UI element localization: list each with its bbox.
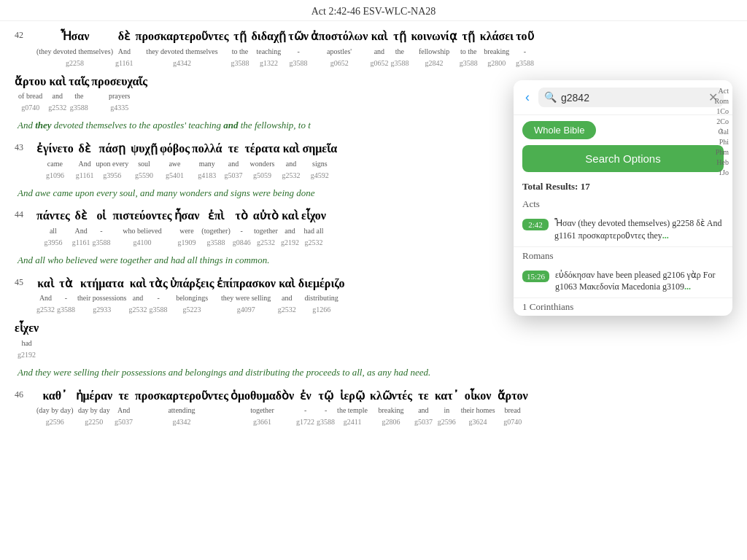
word-block: καὶ and g2532 (48, 72, 66, 114)
verse-number-46: 46 (15, 386, 32, 402)
word-block: ἄρτου of bread g0740 (15, 72, 46, 114)
section-1corinthians: 1 Corinthians (514, 298, 732, 316)
word-block: καὶ and g2532 (282, 139, 300, 182)
word-block: ἐγίνετο came g1096 (36, 139, 74, 182)
word-block: πολλά many g4183 (192, 139, 222, 182)
passage-title: Act 2:42-46 ESV-WLC-NA28 (311, 6, 436, 17)
word-block: καὶ And g2532 (36, 274, 55, 316)
book-index: Act Rom 1Co 2Co Gal Phi Phm Heb 1Jo (711, 80, 732, 183)
word-block: τε and g5037 (224, 139, 242, 182)
page-header: Act 2:42-46 ESV-WLC-NA28 (0, 0, 747, 21)
word-block: πάντες all g3956 (36, 206, 70, 249)
word-block: κτήματα their possessions g2933 (77, 274, 127, 316)
word-block: κλάσει breaking g2800 (480, 27, 514, 69)
word-block: πάσῃ upon every g3956 (96, 139, 128, 182)
word-block: διδαχῇ teaching g1322 (251, 27, 286, 69)
verse-number-42: 42 (15, 27, 32, 42)
verse-badge-242: 2:42 (522, 219, 549, 230)
word-block: τὸ - g0846 (233, 206, 251, 249)
search-icon: 🔍 (544, 91, 557, 104)
word-block: ὁμοθυμαδὸν together g3661 (231, 386, 294, 429)
book-index-act[interactable]: Act (713, 86, 731, 96)
word-block: καὶ and g2192 (281, 206, 299, 249)
word-block: καὶ and g2532 (278, 274, 296, 316)
word-block: ἱερῷ the temple g2411 (337, 386, 368, 429)
result-item[interactable]: 15:26 εὐδόκησαν have been pleased g2106 … (514, 265, 732, 299)
word-block: οἱ - g3588 (92, 206, 110, 249)
word-block: δὲ And g1161 (115, 27, 133, 69)
search-input[interactable] (561, 92, 704, 104)
scope-button[interactable]: Whole Bible (522, 121, 596, 139)
book-index-gal[interactable]: Gal (713, 127, 731, 136)
word-block: ὑπάρξεις belongings g5223 (170, 274, 214, 316)
word-block: δὲ And g1161 (76, 139, 94, 182)
word-block: αὐτὸ together g2532 (253, 206, 279, 249)
word-block: πιστεύοντες who believed g4100 (112, 206, 171, 249)
verse-number-45: 45 (15, 274, 32, 289)
results-list: Acts 2:42 Ἦσαν (they devoted themselves)… (514, 195, 732, 316)
search-options-button[interactable]: Search Options (522, 145, 724, 172)
word-block: ἦσαν were g1909 (174, 206, 200, 249)
word-block: τῇ to the g3588 (231, 27, 249, 69)
word-block: ἡμέραν day by day g2250 (76, 386, 113, 429)
word-block: ταῖς the g3588 (69, 72, 89, 114)
book-index-heb[interactable]: Heb (713, 158, 731, 167)
word-block: ἐπίπρασκον they were selling g4097 (217, 274, 276, 316)
word-block: τέρατα wonders g5059 (244, 139, 279, 182)
word-block: τῶν - g3588 (288, 27, 309, 69)
translation-45: And they were selling their possessions … (15, 365, 732, 381)
verse-number-43: 43 (15, 139, 32, 155)
word-block: σημεῖα signs g4592 (302, 139, 337, 182)
word-block: τὰς - g3588 (150, 274, 168, 316)
search-input-wrapper: 🔍 ✕ (538, 88, 724, 107)
scope-bar: Whole Bible › (514, 115, 732, 145)
verse-45-cont: εἶχεν had g2192 (15, 319, 732, 362)
word-block: προσκαρτεροῦντες they devoted themselves… (136, 27, 229, 69)
word-block: τὰ - g3588 (57, 274, 75, 316)
book-index-1jo[interactable]: 1Jo (713, 168, 731, 177)
verse-number-44: 44 (15, 206, 32, 222)
word-block: ψυχῇ soul g5590 (131, 139, 158, 182)
word-block: τῷ - g3588 (317, 386, 335, 429)
word-block: φόβος awe g5401 (160, 139, 190, 182)
word-block: καὶ and g0652 (370, 27, 388, 69)
word-block: κλῶντές breaking g2806 (370, 386, 412, 429)
word-block: κοινωνίᾳ fellowship g2842 (411, 27, 457, 69)
book-index-phm[interactable]: Phm (713, 147, 731, 157)
search-header: ‹ 🔍 ✕ (514, 80, 732, 115)
word-block: τοῦ - g3588 (516, 27, 534, 69)
word-block: δὲ And g1161 (72, 206, 90, 249)
back-button[interactable]: ‹ (522, 90, 533, 105)
word-block: ἐν - g1722 (296, 386, 314, 429)
word-block: ἄρτον bread g0740 (498, 386, 528, 429)
search-panel: ‹ 🔍 ✕ Whole Bible › Search Options Total… (514, 80, 732, 316)
word-block: κατ᾽ in g2596 (435, 386, 459, 429)
word-block: τε And g5037 (115, 386, 133, 429)
results-count: Total Results: 17 (514, 178, 732, 195)
word-block: καὶ and g2532 (129, 274, 147, 316)
word-block: τῇ to the g3588 (460, 27, 478, 69)
verse-badge-1526: 15:26 (522, 271, 549, 282)
word-block: τε and g5037 (414, 386, 433, 429)
word-block: προσκαρτεροῦντες attending g4342 (135, 386, 228, 429)
section-acts: Acts (514, 195, 732, 213)
book-index-1co[interactable]: 1Co (713, 106, 731, 116)
result-text-1526: εὐδόκησαν have been pleased g2106 γὰρ Fo… (555, 269, 724, 294)
word-block: εἶχεν had g2192 (15, 319, 39, 361)
book-index-2co[interactable]: 2Co (713, 117, 731, 126)
book-index-phi[interactable]: Phi (713, 137, 731, 147)
section-romans: Romans (514, 247, 732, 265)
word-block: ἐπὶ (together) g3588 (201, 206, 230, 249)
word-block: καθ᾽ (day by day) g2596 (36, 386, 74, 429)
verse-42-row: 42 Ἦσαν (they devoted themselves) g2258 … (15, 27, 732, 71)
word-block: οἶκον their homes g3624 (461, 386, 495, 429)
word-block: διεμέριζο distributing g1266 (298, 274, 345, 316)
book-index-rom[interactable]: Rom (713, 96, 731, 106)
word-block: εἶχον had all g2532 (301, 206, 326, 249)
word-block: Ἦσαν (they devoted themselves) g2258 (36, 27, 113, 69)
word-block: προσευχαῖς prayers g4335 (91, 72, 147, 114)
word-block: τῇ the g3588 (390, 27, 409, 69)
result-text-242: Ἦσαν (they devoted themselves) g2258 δὲ … (554, 217, 724, 242)
verse-46-row: 46 καθ᾽ (day by day) g2596 ἡμέραν day by… (15, 386, 732, 430)
result-item[interactable]: 2:42 Ἦσαν (they devoted themselves) g225… (514, 213, 732, 247)
